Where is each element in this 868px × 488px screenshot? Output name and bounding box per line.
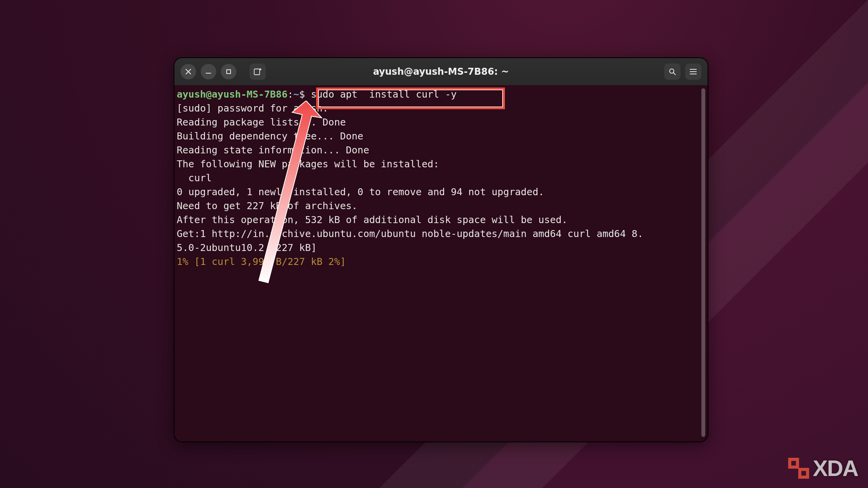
watermark: XDA xyxy=(788,455,858,481)
prompt-path: ~ xyxy=(293,89,299,100)
search-icon xyxy=(668,68,676,76)
output-line: curl xyxy=(177,172,212,184)
output-line: Building dependency tree... Done xyxy=(177,131,363,142)
watermark-icon xyxy=(788,458,809,479)
prompt-user-host: ayush@ayush-MS-7B86 xyxy=(177,89,288,100)
output-line: After this operation, 532 kB of addition… xyxy=(177,214,567,225)
maximize-button[interactable] xyxy=(221,64,236,79)
titlebar: ayush@ayush-MS-7B86: ~ xyxy=(174,58,708,85)
new-tab-button[interactable] xyxy=(250,64,266,80)
svg-rect-1 xyxy=(254,69,260,75)
command-text: sudo apt install curl -y xyxy=(305,89,462,100)
minimize-button[interactable] xyxy=(201,64,216,79)
output-line: Reading state information... Done xyxy=(177,144,369,156)
close-button[interactable] xyxy=(181,64,196,79)
output-line: Get:1 http://in.archive.ubuntu.com/ubunt… xyxy=(177,228,643,239)
prompt-colon: : xyxy=(288,89,293,100)
output-line: Need to get 227 kB of archives. xyxy=(177,200,358,211)
close-icon xyxy=(185,69,191,75)
watermark-text: XDA xyxy=(813,455,858,481)
hamburger-menu-button[interactable] xyxy=(685,64,701,80)
window-title: ayush@ayush-MS-7B86: ~ xyxy=(373,66,509,77)
scrollbar[interactable] xyxy=(701,88,705,437)
minimize-icon xyxy=(205,69,212,75)
terminal-window: ayush@ayush-MS-7B86: ~ ayush@ayush-MS-7B… xyxy=(174,57,708,442)
maximize-icon xyxy=(226,69,232,75)
output-line: [sudo] password for ayush: xyxy=(177,103,328,114)
output-line: Reading package lists... Done xyxy=(177,117,346,128)
svg-rect-0 xyxy=(227,70,231,74)
hamburger-icon xyxy=(689,68,697,76)
new-tab-icon xyxy=(253,67,262,76)
output-line: 5.0-2ubuntu10.2 [227 kB] xyxy=(177,242,317,253)
output-line: The following NEW packages will be insta… xyxy=(177,158,439,170)
search-button[interactable] xyxy=(664,64,680,80)
prompt-symbol: $ xyxy=(299,89,305,100)
output-line: 0 upgraded, 1 newly installed, 0 to remo… xyxy=(177,186,544,198)
terminal-output[interactable]: ayush@ayush-MS-7B86:~$ sudo apt install … xyxy=(174,85,708,442)
progress-line: 1% [1 curl 3,992 B/227 kB 2%] xyxy=(177,256,346,267)
